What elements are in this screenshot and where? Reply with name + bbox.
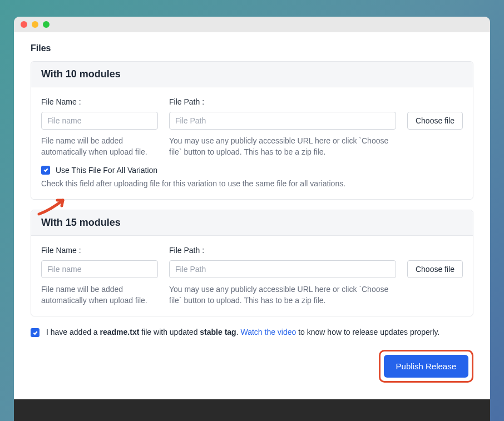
check-icon [43, 167, 49, 173]
filename-label: File Name: [41, 246, 158, 255]
filename-input[interactable] [41, 260, 158, 278]
annotation-highlight-box: Publish Release [379, 350, 473, 383]
filename-help: File name will be added automatically wh… [41, 284, 158, 306]
check-icon [32, 330, 38, 336]
filename-input[interactable] [41, 112, 158, 130]
close-dot[interactable] [21, 21, 27, 28]
filepath-label: File Path: [169, 97, 396, 106]
maximize-dot[interactable] [43, 21, 50, 28]
readme-confirm-checkbox[interactable] [31, 328, 39, 337]
variation-card-header: With 15 modules [31, 210, 473, 236]
minimize-dot[interactable] [32, 21, 38, 28]
filepath-input[interactable] [169, 112, 396, 130]
filename-label: File Name: [41, 97, 158, 106]
filepath-help: You may use any publicly accessible URL … [169, 284, 396, 306]
choose-file-button[interactable]: Choose file [407, 112, 463, 130]
use-all-variation-label: Use This File For All Variation [56, 166, 157, 175]
filename-help: File name will be added automatically wh… [41, 135, 158, 158]
app-window: Files With 10 modules File Name: File na… [14, 17, 490, 399]
use-all-variation-help: Check this field after uploading file fo… [41, 178, 463, 189]
use-all-variation-checkbox[interactable] [41, 166, 50, 175]
filepath-label: File Path: [169, 246, 396, 255]
publish-release-button[interactable]: Publish Release [384, 355, 468, 378]
variation-card-header: With 10 modules [31, 62, 473, 87]
section-title: Files [31, 43, 473, 53]
filepath-help: You may use any publicly accessible URL … [169, 135, 396, 158]
readme-confirm-text: I have added a readme.txt file with upda… [46, 326, 439, 339]
titlebar [14, 17, 490, 32]
modal-content: Files With 10 modules File Name: File na… [14, 32, 490, 399]
filepath-input[interactable] [169, 260, 396, 278]
watch-video-link[interactable]: Watch the video [240, 328, 296, 336]
variation-card: With 10 modules File Name: File name wil… [31, 61, 473, 200]
variation-card: With 15 modules File Name: File name wil… [31, 210, 473, 317]
choose-file-button[interactable]: Choose file [407, 260, 463, 278]
